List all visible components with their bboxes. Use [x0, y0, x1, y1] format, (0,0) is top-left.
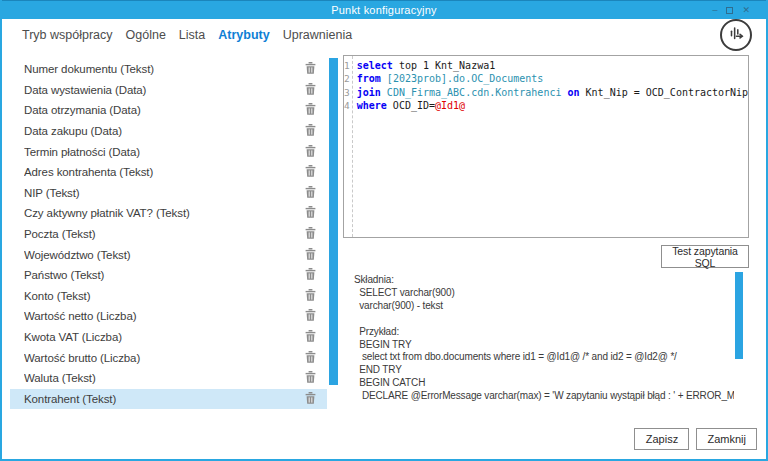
- attribute-label: Wartość brutto (Liczba): [24, 352, 304, 364]
- attribute-label: Data wystawienia (Data): [24, 84, 304, 96]
- test-sql-button[interactable]: Test zapytania SQL: [661, 245, 749, 268]
- attribute-row[interactable]: Wartość brutto (Liczba): [10, 347, 327, 368]
- syntax-help-text: Składnia: SELECT varchar(900) varchar(90…: [354, 274, 734, 403]
- delete-attribute-button[interactable]: [304, 83, 316, 96]
- delete-attribute-button[interactable]: [304, 186, 316, 199]
- help-line: [354, 313, 734, 326]
- trash-icon: [305, 246, 316, 264]
- attribute-row[interactable]: Data otrzymania (Data): [10, 100, 327, 121]
- help-line: BEGIN TRY: [354, 339, 734, 352]
- attribute-label: Data zakupu (Data): [24, 125, 304, 137]
- delete-attribute-button[interactable]: [304, 145, 316, 158]
- trash-icon: [305, 81, 316, 99]
- window-title: Punkt konfiguracyjny: [331, 4, 437, 16]
- attribute-row[interactable]: Termin płatności (Data): [10, 141, 327, 162]
- delete-attribute-button[interactable]: [304, 392, 316, 405]
- tab-atrybuty[interactable]: Atrybuty: [218, 28, 269, 42]
- attribute-label: Kontrahent (Tekst): [24, 393, 304, 405]
- attribute-list-scrollbar[interactable]: [329, 58, 338, 385]
- help-scrollbar[interactable]: [735, 272, 743, 359]
- delete-attribute-button[interactable]: [304, 269, 316, 282]
- save-button[interactable]: Zapisz: [634, 428, 689, 450]
- data-flow-button[interactable]: [720, 19, 752, 51]
- line-number-gutter: 1234: [344, 56, 353, 237]
- help-line: select txt from dbo.documents where id1 …: [354, 351, 734, 364]
- close-window-button[interactable]: Zamknij: [696, 428, 757, 450]
- tab-bar: Tryb współpracyOgólneListaAtrybutyUprawn…: [22, 28, 352, 42]
- trash-icon: [305, 101, 316, 119]
- trash-icon: [305, 122, 316, 140]
- delete-attribute-button[interactable]: [304, 228, 316, 241]
- attribute-label: Numer dokumentu (Tekst): [24, 63, 304, 75]
- minimize-button[interactable]: –: [712, 6, 717, 15]
- delete-attribute-button[interactable]: [304, 104, 316, 117]
- attribute-label: Termin płatności (Data): [24, 146, 304, 158]
- delete-attribute-button[interactable]: [304, 372, 316, 385]
- delete-attribute-button[interactable]: [304, 248, 316, 261]
- trash-icon: [305, 143, 316, 161]
- delete-attribute-button[interactable]: [304, 310, 316, 323]
- attribute-row[interactable]: Konto (Tekst): [10, 286, 327, 307]
- close-button[interactable]: ✕: [742, 6, 750, 15]
- attribute-label: Waluta (Tekst): [24, 372, 304, 384]
- attribute-row[interactable]: Kontrahent (Tekst): [10, 389, 327, 410]
- equalizer-arrow-icon: [727, 24, 745, 46]
- attribute-row[interactable]: Poczta (Tekst): [10, 224, 327, 245]
- window-controls: – ✕: [712, 1, 750, 20]
- help-line: SELECT varchar(900): [354, 287, 734, 300]
- attribute-label: Czy aktywny płatnik VAT? (Tekst): [24, 207, 304, 219]
- attribute-label: Województwo (Tekst): [24, 249, 304, 261]
- help-line: varchar(900) - tekst: [354, 300, 734, 313]
- tab-uprawnienia[interactable]: Uprawnienia: [283, 28, 352, 42]
- delete-attribute-button[interactable]: [304, 166, 316, 179]
- trash-icon: [305, 369, 316, 387]
- title-bar[interactable]: Punkt konfiguracyjny – ✕: [0, 0, 768, 19]
- attribute-row[interactable]: Województwo (Tekst): [10, 244, 327, 265]
- attribute-row[interactable]: Waluta (Tekst): [10, 368, 327, 389]
- attribute-label: Kwota VAT (Liczba): [24, 331, 304, 343]
- tab-ogólne[interactable]: Ogólne: [126, 28, 166, 42]
- attribute-row[interactable]: NIP (Tekst): [10, 183, 327, 204]
- sql-code: select top 1 Knt_Nazwa1from [2023prob].d…: [353, 56, 748, 237]
- help-line: Przykład:: [354, 326, 734, 339]
- attribute-row[interactable]: Adres kontrahenta (Tekst): [10, 162, 327, 183]
- attribute-label: Poczta (Tekst): [24, 228, 304, 240]
- attribute-label: Data otrzymania (Data): [24, 104, 304, 116]
- trash-icon: [305, 266, 316, 284]
- delete-attribute-button[interactable]: [304, 63, 316, 76]
- attribute-row[interactable]: Data wystawienia (Data): [10, 80, 327, 101]
- maximize-button[interactable]: [726, 7, 733, 14]
- trash-icon: [305, 60, 316, 78]
- delete-attribute-button[interactable]: [304, 207, 316, 220]
- trash-icon: [305, 184, 316, 202]
- trash-icon: [305, 390, 316, 408]
- trash-icon: [305, 287, 316, 305]
- sql-line: select top 1 Knt_Nazwa1: [357, 59, 748, 72]
- delete-attribute-button[interactable]: [304, 125, 316, 138]
- tab-lista[interactable]: Lista: [179, 28, 205, 42]
- help-line: BEGIN CATCH: [354, 377, 734, 390]
- sql-editor[interactable]: 1234 select top 1 Knt_Nazwa1from [2023pr…: [343, 55, 749, 238]
- trash-icon: [305, 307, 316, 325]
- config-point-window: Punkt konfiguracyjny – ✕ Tryb współpracy…: [0, 0, 768, 461]
- attribute-row[interactable]: Numer dokumentu (Tekst): [10, 59, 327, 80]
- attribute-label: Wartość netto (Liczba): [24, 310, 304, 322]
- attribute-label: Adres kontrahenta (Tekst): [24, 166, 304, 178]
- attribute-row[interactable]: Data zakupu (Data): [10, 121, 327, 142]
- tab-tryb-współpracy[interactable]: Tryb współpracy: [22, 28, 113, 42]
- delete-attribute-button[interactable]: [304, 289, 316, 302]
- trash-icon: [305, 328, 316, 346]
- attribute-list: Numer dokumentu (Tekst) Data wystawienia…: [10, 59, 327, 409]
- sql-line: where OCD_ID=@Id1@: [357, 99, 748, 112]
- attribute-row[interactable]: Wartość netto (Liczba): [10, 306, 327, 327]
- delete-attribute-button[interactable]: [304, 331, 316, 344]
- trash-icon: [305, 204, 316, 222]
- sql-line: join CDN_Firma_ABC.cdn.Kontrahenci on Kn…: [357, 86, 748, 99]
- attribute-row[interactable]: Kwota VAT (Liczba): [10, 327, 327, 348]
- trash-icon: [305, 225, 316, 243]
- delete-attribute-button[interactable]: [304, 351, 316, 364]
- attribute-row[interactable]: Państwo (Tekst): [10, 265, 327, 286]
- attribute-row[interactable]: Czy aktywny płatnik VAT? (Tekst): [10, 203, 327, 224]
- help-line: END TRY: [354, 364, 734, 377]
- trash-icon: [305, 349, 316, 367]
